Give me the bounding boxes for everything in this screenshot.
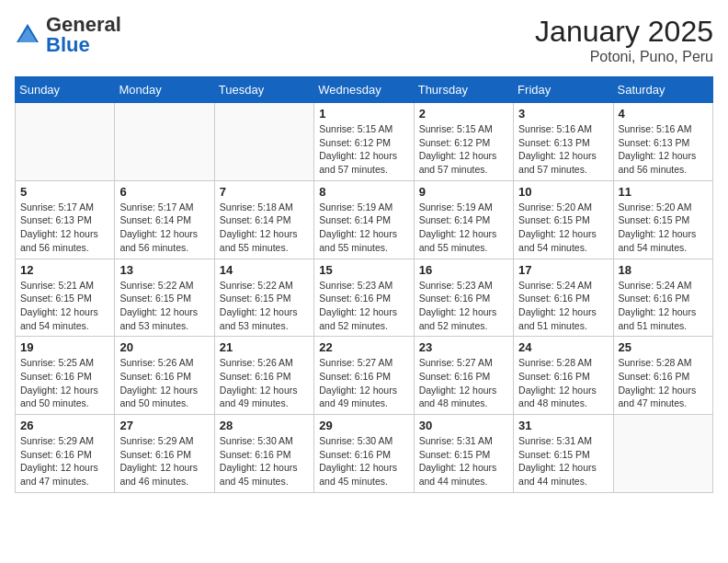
day-cell xyxy=(613,415,712,493)
week-row-4: 19Sunrise: 5:25 AMSunset: 6:16 PMDayligh… xyxy=(16,337,713,415)
day-cell: 31Sunrise: 5:31 AMSunset: 6:15 PMDayligh… xyxy=(514,415,613,493)
weekday-header-friday: Friday xyxy=(514,77,613,103)
logo-icon xyxy=(15,22,40,48)
day-cell: 18Sunrise: 5:24 AMSunset: 6:16 PMDayligh… xyxy=(613,259,712,337)
day-info: Sunrise: 5:31 AMSunset: 6:15 PMDaylight:… xyxy=(419,434,508,488)
day-cell: 7Sunrise: 5:18 AMSunset: 6:14 PMDaylight… xyxy=(214,180,313,259)
day-number: 15 xyxy=(319,263,408,277)
calendar: SundayMondayTuesdayWednesdayThursdayFrid… xyxy=(15,76,713,493)
day-info: Sunrise: 5:25 AMSunset: 6:16 PMDaylight:… xyxy=(20,356,109,410)
day-info: Sunrise: 5:23 AMSunset: 6:16 PMDaylight:… xyxy=(419,279,508,333)
day-info: Sunrise: 5:17 AMSunset: 6:13 PMDaylight:… xyxy=(20,201,109,255)
weekday-header-tuesday: Tuesday xyxy=(214,77,313,103)
day-number: 16 xyxy=(419,263,508,277)
weekday-header-saturday: Saturday xyxy=(613,77,712,103)
day-info: Sunrise: 5:18 AMSunset: 6:14 PMDaylight:… xyxy=(220,201,309,255)
day-info: Sunrise: 5:20 AMSunset: 6:15 PMDaylight:… xyxy=(619,201,708,255)
week-row-2: 5Sunrise: 5:17 AMSunset: 6:13 PMDaylight… xyxy=(16,180,713,259)
logo-text: General Blue xyxy=(46,15,121,55)
day-info: Sunrise: 5:30 AMSunset: 6:16 PMDaylight:… xyxy=(319,434,408,488)
day-info: Sunrise: 5:26 AMSunset: 6:16 PMDaylight:… xyxy=(220,356,309,410)
day-info: Sunrise: 5:15 AMSunset: 6:12 PMDaylight:… xyxy=(419,122,508,177)
title-block: January 2025 Potoni, Puno, Peru xyxy=(535,15,713,65)
day-info: Sunrise: 5:29 AMSunset: 6:16 PMDaylight:… xyxy=(20,434,109,488)
day-cell: 19Sunrise: 5:25 AMSunset: 6:16 PMDayligh… xyxy=(16,337,115,415)
day-number: 29 xyxy=(319,419,408,432)
weekday-header-row: SundayMondayTuesdayWednesdayThursdayFrid… xyxy=(16,77,713,103)
day-info: Sunrise: 5:15 AMSunset: 6:12 PMDaylight:… xyxy=(319,122,408,177)
day-cell: 9Sunrise: 5:19 AMSunset: 6:14 PMDaylight… xyxy=(414,180,513,259)
day-number: 11 xyxy=(619,185,708,199)
day-cell: 29Sunrise: 5:30 AMSunset: 6:16 PMDayligh… xyxy=(314,415,414,493)
day-number: 9 xyxy=(419,185,508,199)
day-info: Sunrise: 5:19 AMSunset: 6:14 PMDaylight:… xyxy=(319,201,408,255)
day-cell: 25Sunrise: 5:28 AMSunset: 6:16 PMDayligh… xyxy=(613,337,712,415)
day-number: 27 xyxy=(119,419,209,432)
day-cell: 27Sunrise: 5:29 AMSunset: 6:16 PMDayligh… xyxy=(115,415,214,493)
day-number: 24 xyxy=(518,340,608,354)
day-number: 23 xyxy=(419,340,508,354)
day-number: 31 xyxy=(518,419,608,432)
day-info: Sunrise: 5:27 AMSunset: 6:16 PMDaylight:… xyxy=(419,356,508,410)
day-cell: 12Sunrise: 5:21 AMSunset: 6:15 PMDayligh… xyxy=(16,259,115,337)
day-info: Sunrise: 5:28 AMSunset: 6:16 PMDaylight:… xyxy=(518,356,608,410)
month-title: January 2025 xyxy=(535,15,713,49)
day-info: Sunrise: 5:28 AMSunset: 6:16 PMDaylight:… xyxy=(619,356,708,410)
day-cell: 15Sunrise: 5:23 AMSunset: 6:16 PMDayligh… xyxy=(314,259,414,337)
day-cell: 14Sunrise: 5:22 AMSunset: 6:15 PMDayligh… xyxy=(214,259,313,337)
day-number: 14 xyxy=(220,263,309,277)
day-cell xyxy=(214,103,313,181)
day-number: 18 xyxy=(619,263,708,277)
day-cell: 30Sunrise: 5:31 AMSunset: 6:15 PMDayligh… xyxy=(414,415,513,493)
week-row-5: 26Sunrise: 5:29 AMSunset: 6:16 PMDayligh… xyxy=(16,415,713,493)
week-row-1: 1Sunrise: 5:15 AMSunset: 6:12 PMDaylight… xyxy=(16,103,713,181)
day-number: 13 xyxy=(119,263,209,277)
day-number: 20 xyxy=(119,340,209,354)
day-cell: 3Sunrise: 5:16 AMSunset: 6:13 PMDaylight… xyxy=(514,103,613,181)
day-number: 8 xyxy=(319,185,408,199)
day-number: 6 xyxy=(119,185,209,199)
day-number: 21 xyxy=(220,340,309,354)
day-info: Sunrise: 5:27 AMSunset: 6:16 PMDaylight:… xyxy=(319,356,408,410)
weekday-header-monday: Monday xyxy=(115,77,214,103)
day-info: Sunrise: 5:29 AMSunset: 6:16 PMDaylight:… xyxy=(119,434,209,488)
day-number: 2 xyxy=(419,107,508,121)
day-number: 25 xyxy=(619,340,708,354)
day-number: 7 xyxy=(220,185,309,199)
weekday-header-thursday: Thursday xyxy=(414,77,513,103)
day-cell: 4Sunrise: 5:16 AMSunset: 6:13 PMDaylight… xyxy=(613,103,712,181)
day-number: 12 xyxy=(20,263,109,277)
day-number: 5 xyxy=(20,185,109,199)
day-cell: 23Sunrise: 5:27 AMSunset: 6:16 PMDayligh… xyxy=(414,337,513,415)
day-info: Sunrise: 5:24 AMSunset: 6:16 PMDaylight:… xyxy=(619,279,708,333)
day-cell: 5Sunrise: 5:17 AMSunset: 6:13 PMDaylight… xyxy=(16,180,115,259)
day-info: Sunrise: 5:17 AMSunset: 6:14 PMDaylight:… xyxy=(119,201,209,255)
day-cell: 17Sunrise: 5:24 AMSunset: 6:16 PMDayligh… xyxy=(514,259,613,337)
day-cell: 28Sunrise: 5:30 AMSunset: 6:16 PMDayligh… xyxy=(214,415,313,493)
week-row-3: 12Sunrise: 5:21 AMSunset: 6:15 PMDayligh… xyxy=(16,259,713,337)
day-number: 28 xyxy=(220,419,309,432)
day-info: Sunrise: 5:23 AMSunset: 6:16 PMDaylight:… xyxy=(319,279,408,333)
weekday-header-wednesday: Wednesday xyxy=(314,77,414,103)
day-info: Sunrise: 5:16 AMSunset: 6:13 PMDaylight:… xyxy=(619,122,708,177)
day-info: Sunrise: 5:30 AMSunset: 6:16 PMDaylight:… xyxy=(220,434,309,488)
day-cell: 20Sunrise: 5:26 AMSunset: 6:16 PMDayligh… xyxy=(115,337,214,415)
day-info: Sunrise: 5:19 AMSunset: 6:14 PMDaylight:… xyxy=(419,201,508,255)
weekday-header-sunday: Sunday xyxy=(16,77,115,103)
day-cell: 6Sunrise: 5:17 AMSunset: 6:14 PMDaylight… xyxy=(115,180,214,259)
day-info: Sunrise: 5:22 AMSunset: 6:15 PMDaylight:… xyxy=(220,279,309,333)
day-cell: 11Sunrise: 5:20 AMSunset: 6:15 PMDayligh… xyxy=(613,180,712,259)
day-number: 4 xyxy=(619,107,708,121)
day-number: 1 xyxy=(319,107,408,121)
day-cell: 8Sunrise: 5:19 AMSunset: 6:14 PMDaylight… xyxy=(314,180,414,259)
day-cell: 2Sunrise: 5:15 AMSunset: 6:12 PMDaylight… xyxy=(414,103,513,181)
day-number: 22 xyxy=(319,340,408,354)
day-cell: 16Sunrise: 5:23 AMSunset: 6:16 PMDayligh… xyxy=(414,259,513,337)
logo: General Blue xyxy=(15,15,121,55)
day-number: 17 xyxy=(518,263,608,277)
day-number: 30 xyxy=(419,419,508,432)
day-cell xyxy=(16,103,115,181)
day-number: 19 xyxy=(20,340,109,354)
day-number: 26 xyxy=(20,419,109,432)
day-info: Sunrise: 5:21 AMSunset: 6:15 PMDaylight:… xyxy=(20,279,109,333)
